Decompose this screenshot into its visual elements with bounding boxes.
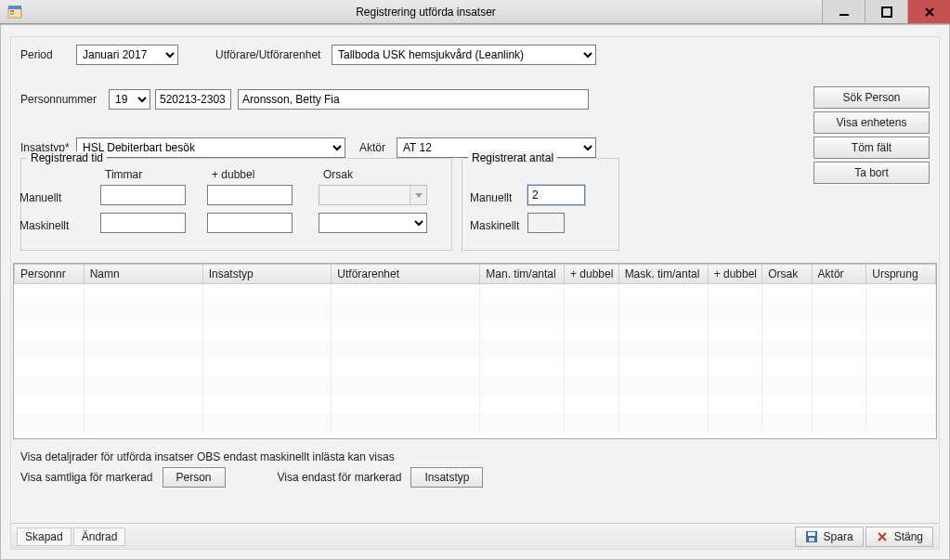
registrerad-tid-legend: Registrerad tid [27,151,107,164]
manuellt-orsak-combo [319,185,427,205]
utforare-select[interactable]: Tallboda USK hemsjukvård (Leanlink) [332,45,596,65]
period-select[interactable]: Januari 2017 [76,45,178,65]
person-name-field[interactable] [238,89,589,110]
dubbel-header: + dubbel [212,168,254,181]
chevron-down-icon [410,186,426,204]
maskinellt-tid-label: Maskinellt [20,219,94,232]
visa-enhetens-personer-button[interactable]: Visa enhetens personer [813,111,930,134]
tom-falt-button[interactable]: Töm fält [813,137,930,159]
spara-button[interactable]: Spara [795,527,864,547]
grid-header[interactable]: + dubbel [564,265,618,284]
grid-header[interactable]: Ursprung [866,265,936,284]
table-row[interactable] [15,377,936,396]
svg-marker-8 [415,193,423,198]
spara-label: Spara [824,530,853,543]
period-label: Period [20,48,53,61]
manuellt-antal-label: Manuellt [470,191,512,204]
stang-label: Stäng [894,530,923,543]
personnummer-input[interactable] [155,89,231,110]
titlebar: Registrering utförda insatser [0,0,950,24]
svg-rect-5 [882,7,891,17]
client-area: Period Januari 2017 Utförare/Utförarenhe… [0,24,950,560]
registrerat-antal-group: Registrerat antal Manuellt Maskinellt [462,158,619,251]
table-row[interactable] [15,284,936,303]
maskinellt-orsak-select[interactable] [319,213,427,233]
insatstyp-filter-button[interactable]: Insatstyp [410,467,483,488]
ta-bort-button[interactable]: Ta bort [813,162,930,184]
grid-header[interactable]: Aktör [812,265,866,284]
svg-rect-2 [10,10,14,12]
svg-rect-3 [10,13,14,15]
grid-header[interactable]: Man. tim/antal [480,265,565,284]
personnummer-label: Personnummer [20,93,97,106]
table-row[interactable] [15,321,936,340]
grid-header[interactable]: Namn [84,265,202,284]
table-row[interactable] [15,396,936,414]
table-row[interactable] [15,414,936,433]
manuellt-tid-label: Manuellt [20,191,94,204]
form-panel: Period Januari 2017 Utförare/Utförarenhe… [10,36,940,550]
manuellt-dubbel-input[interactable] [207,185,293,205]
stang-button[interactable]: Stäng [865,527,933,547]
maximize-button[interactable] [865,0,907,23]
insatser-grid[interactable]: PersonnrNamnInsatstypUtförarenhetMan. ti… [13,263,937,439]
detail-info-text: Visa detaljrader för utförda insatser OB… [20,450,395,463]
registrerat-antal-legend: Registrerat antal [468,151,557,164]
orsak-header: Orsak [323,168,353,181]
person-filter-button[interactable]: Person [163,467,226,488]
maskinellt-timmar-field [100,213,186,233]
save-icon [805,530,818,543]
manuellt-timmar-input[interactable] [100,185,186,205]
grid-header[interactable]: Utförarenhet [332,265,480,284]
maskinellt-antal-label: Maskinellt [470,219,519,232]
visa-samtliga-label: Visa samtliga för markerad [20,471,153,484]
grid-header[interactable]: + dubbel [708,265,762,284]
registrerad-tid-group: Registrerad tid Timmar + dubbel Orsak Ma… [20,158,452,251]
manuellt-antal-input[interactable] [527,185,585,205]
table-row[interactable] [15,340,936,358]
grid-header[interactable]: Mask. tim/antal [618,265,708,284]
century-select[interactable]: 19 [109,89,150,110]
aktor-label: Aktör [359,141,385,154]
maskinellt-dubbel-field [207,213,293,233]
close-button[interactable] [907,0,950,23]
table-row[interactable] [15,358,936,377]
svg-rect-1 [8,6,21,9]
grid-header[interactable]: Insatstyp [202,265,332,284]
minimize-button[interactable] [822,0,865,23]
utforare-label: Utförare/Utförarenhet [215,48,320,61]
timmar-header: Timmar [105,168,142,181]
maskinellt-antal-field [527,213,565,233]
window-title: Registrering utförda insatser [30,6,822,19]
status-bar: Skapad Ändrad Spara Stäng [11,523,939,549]
svg-rect-10 [808,532,815,536]
grid-header[interactable]: Orsak [762,265,812,284]
skapad-cell: Skapad [17,527,72,546]
sok-person-button[interactable]: Sök Person [813,86,930,109]
grid-header[interactable]: Personnr [15,265,85,284]
andrad-cell: Ändrad [73,527,126,546]
close-icon [876,530,889,543]
svg-rect-11 [809,538,814,541]
table-row[interactable] [15,303,936,321]
visa-endast-label: Visa endast för markerad [278,471,402,484]
svg-rect-4 [839,14,849,16]
app-icon [6,3,24,21]
insatstyp-select[interactable]: HSL Debiterbart besök [76,137,345,158]
